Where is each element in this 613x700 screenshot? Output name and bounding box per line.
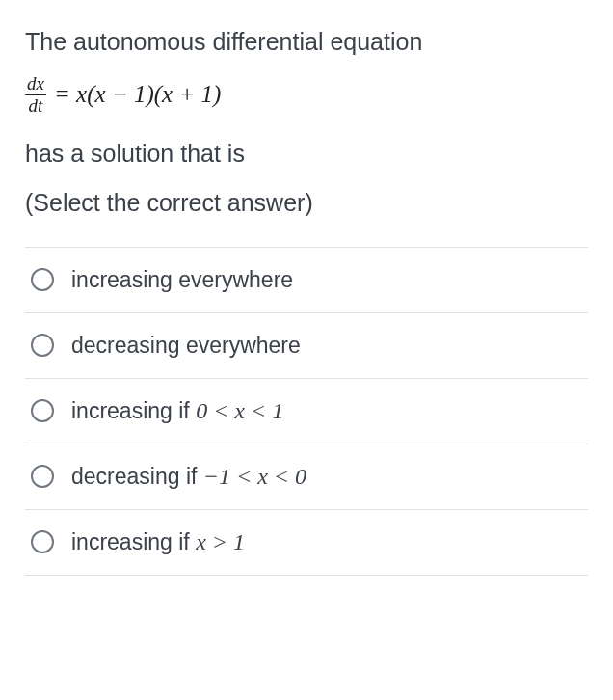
option-content: decreasing if −1 < x < 0 — [71, 464, 306, 490]
option-4[interactable]: decreasing if −1 < x < 0 — [25, 444, 588, 509]
options-list: increasing everywhere decreasing everywh… — [25, 247, 588, 576]
equation: dx dt = x(x − 1)(x + 1) — [25, 74, 588, 116]
option-math: −1 < x < 0 — [203, 464, 306, 489]
question-line-1: The autonomous differential equation — [25, 25, 588, 59]
equation-rhs: = x(x − 1)(x + 1) — [54, 81, 221, 108]
option-content: increasing everywhere — [71, 267, 293, 293]
option-text: increasing if — [71, 529, 196, 554]
option-text: increasing everywhere — [71, 267, 293, 292]
fraction-dx-dt: dx dt — [25, 74, 46, 116]
option-text: decreasing everywhere — [71, 333, 301, 358]
question-instruction: (Select the correct answer) — [25, 186, 588, 220]
radio-icon — [31, 268, 54, 291]
fraction-numerator: dx — [25, 74, 46, 94]
option-content: increasing if 0 < x < 1 — [71, 398, 283, 424]
option-text: decreasing if — [71, 464, 203, 489]
option-text: increasing if — [71, 398, 196, 423]
option-content: decreasing everywhere — [71, 333, 301, 359]
option-1[interactable]: increasing everywhere — [25, 247, 588, 312]
option-content: increasing if x > 1 — [71, 529, 245, 555]
radio-icon — [31, 465, 54, 488]
option-3[interactable]: increasing if 0 < x < 1 — [25, 378, 588, 444]
question-container: The autonomous differential equation dx … — [0, 0, 613, 585]
option-5[interactable]: increasing if x > 1 — [25, 509, 588, 576]
radio-icon — [31, 530, 54, 553]
question-line-2: has a solution that is — [25, 137, 588, 171]
fraction-denominator: dt — [27, 96, 45, 116]
option-math: x > 1 — [196, 529, 245, 554]
option-math: 0 < x < 1 — [196, 398, 283, 423]
option-2[interactable]: decreasing everywhere — [25, 312, 588, 378]
radio-icon — [31, 334, 54, 357]
radio-icon — [31, 399, 54, 422]
